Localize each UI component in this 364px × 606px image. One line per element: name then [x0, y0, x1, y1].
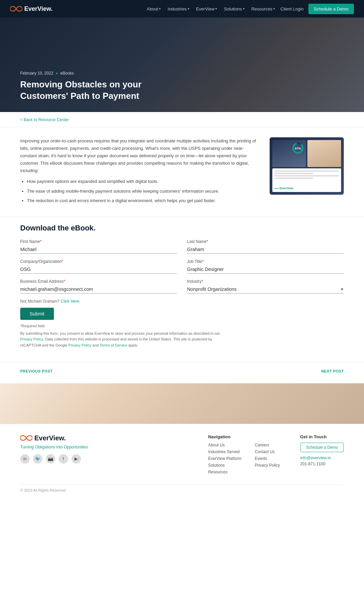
email-group: Business Email Address* — [20, 279, 177, 294]
terms-link[interactable]: Terms of Service — [100, 343, 127, 347]
footer-resources[interactable]: Resources — [208, 470, 241, 474]
footer-brand: EverView. Turning Obligations into Oppor… — [20, 434, 188, 476]
nav-resources[interactable]: Resources▾ — [251, 6, 275, 11]
nav-solutions[interactable]: Solutions▾ — [224, 6, 244, 11]
form-row-name: First Name* Last Name* — [20, 239, 344, 254]
footer-events[interactable]: Events — [255, 456, 280, 461]
svg-text:87%: 87% — [295, 147, 301, 150]
footer-contact-section: Get in Touch Schedule a Demo info@evervi… — [300, 434, 344, 476]
content-area: Improving your order-to-cash process req… — [0, 127, 364, 217]
footer-phone: 201-871-1100 — [300, 462, 344, 466]
last-name-input[interactable] — [187, 245, 344, 254]
form-title: Download the eBook. — [20, 224, 344, 232]
main-nav: EverView. About▾ Industries▾ EverView▾ S… — [0, 0, 364, 18]
footer-platform[interactable]: EverView Platform — [208, 456, 241, 461]
nav-everview[interactable]: EverView▾ — [196, 6, 217, 11]
footer-contact[interactable]: Contact Us — [255, 449, 280, 454]
hero-category: eBooks — [60, 71, 74, 76]
footer-logo: EverView. — [20, 434, 188, 442]
industry-group: Industry* Nonprofit Organizations Financ… — [187, 279, 344, 294]
social-icons: in 🐦 📷 f ▶ — [20, 454, 188, 464]
nav-links: About▾ Industries▾ EverView▾ Solutions▾ … — [147, 6, 275, 11]
not-you-text: Not Michael Graham? Click Here. — [20, 299, 344, 304]
footer-email-link[interactable]: info@everview.io — [300, 456, 331, 460]
logo[interactable]: EverView. — [10, 5, 53, 12]
last-name-group: Last Name* — [187, 239, 344, 254]
article-body: Improving your order-to-cash process req… — [20, 137, 260, 174]
footer-nav-col2: Careers Contact Us Events Privacy Policy — [255, 434, 280, 476]
facebook-icon[interactable]: f — [59, 454, 68, 464]
form-row-company: Company/Organization* Job Title* — [20, 259, 344, 274]
nav-industries[interactable]: Industries▾ — [168, 6, 189, 11]
twitter-icon[interactable]: 🐦 — [33, 454, 42, 464]
first-name-label: First Name* — [20, 239, 177, 244]
footer: EverView. Turning Obligations into Oppor… — [0, 424, 364, 499]
schedule-demo-button-nav[interactable]: Schedule a Demo — [308, 4, 354, 14]
company-input[interactable] — [20, 265, 177, 274]
footer-nav-col1: Navigation About Us Industries Served Ev… — [208, 434, 241, 476]
nav-about[interactable]: About▾ — [147, 6, 161, 11]
footer-navigation: Navigation About Us Industries Served Ev… — [208, 434, 280, 476]
consent-text: By submitting this form, you consent to … — [20, 331, 222, 349]
copyright: © 2023 All Rights Reserved — [20, 488, 66, 492]
job-title-group: Job Title* — [187, 259, 344, 274]
linkedin-icon[interactable]: in — [20, 454, 30, 464]
company-group: Company/Organization* — [20, 259, 177, 274]
footer-email: info@everview.io — [300, 456, 344, 460]
privacy-policy-link[interactable]: Privacy Policy — [20, 337, 43, 341]
next-post-link[interactable]: NEXT POST — [321, 369, 344, 373]
ebook-preview-image: 87% ∞∞ EverView. — [270, 137, 344, 195]
previous-post-link[interactable]: PREVIOUS POST — [20, 369, 53, 373]
footer-bottom: © 2023 All Rights Reserved — [20, 485, 344, 492]
article-text: Improving your order-to-cash process req… — [20, 137, 260, 206]
article-bullets: How payment options are expanded and sim… — [27, 178, 260, 204]
job-title-label: Job Title* — [187, 259, 344, 264]
footer-schedule-demo-button[interactable]: Schedule a Demo — [300, 443, 344, 452]
back-link-bar: Back to Resource Center — [0, 112, 364, 127]
form-section: Download the eBook. First Name* Last Nam… — [0, 217, 364, 359]
company-label: Company/Organization* — [20, 259, 177, 264]
bullet-2: The ease of adding mobile-friendly payme… — [27, 188, 260, 195]
back-link[interactable]: Back to Resource Center — [20, 117, 69, 122]
footer-about[interactable]: About Us — [208, 443, 241, 447]
hero-date: February 10, 2022 — [20, 71, 53, 76]
last-name-label: Last Name* — [187, 239, 344, 244]
client-login-link[interactable]: Client Login — [280, 6, 304, 11]
bullet-1: How payment options are expanded and sim… — [27, 178, 260, 185]
footer-careers[interactable]: Careers — [255, 443, 280, 447]
first-name-input[interactable] — [20, 245, 177, 254]
hero-dot — [56, 73, 58, 74]
job-title-input[interactable] — [187, 265, 344, 274]
hero-title: Removing Obstacles on your Customers' Pa… — [20, 79, 189, 102]
submit-button[interactable]: Submit — [20, 308, 54, 320]
form-row-email: Business Email Address* Industry* Nonpro… — [20, 279, 344, 294]
footer-solutions[interactable]: Solutions — [208, 463, 241, 468]
first-name-group: First Name* — [20, 239, 177, 254]
bullet-3: The reduction in cost and errors inheren… — [27, 197, 260, 204]
hero-meta: February 10, 2022 eBooks — [20, 71, 189, 76]
industry-select[interactable]: Nonprofit Organizations Financial Servic… — [187, 285, 344, 294]
email-input[interactable] — [20, 285, 177, 294]
required-note: *Required field — [20, 324, 344, 328]
hero-section: February 10, 2022 eBooks Removing Obstac… — [0, 18, 364, 112]
footer-industries[interactable]: Industries Served — [208, 449, 241, 454]
post-navigation: PREVIOUS POST NEXT POST — [0, 362, 364, 380]
google-privacy-link[interactable]: Privacy Policy — [68, 343, 91, 347]
footer-tagline: Turning Obligations into Opportunities — [20, 445, 188, 449]
click-here-link[interactable]: Click Here. — [61, 299, 81, 304]
footer-privacy[interactable]: Privacy Policy — [255, 463, 280, 468]
instagram-icon[interactable]: 📷 — [46, 454, 55, 464]
email-label: Business Email Address* — [20, 279, 177, 284]
industry-label: Industry* — [187, 279, 344, 284]
youtube-icon[interactable]: ▶ — [71, 454, 81, 464]
gradient-banner — [0, 383, 364, 424]
